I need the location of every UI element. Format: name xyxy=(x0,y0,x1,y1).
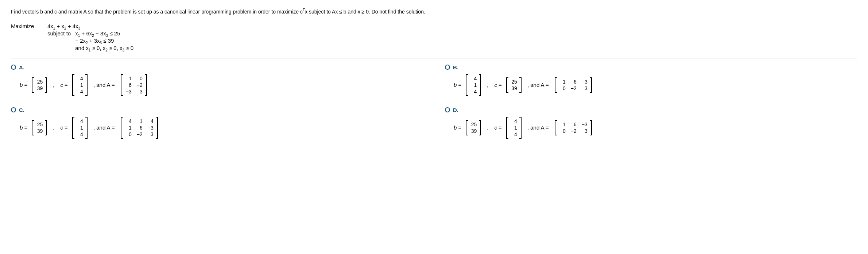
b-label-D: b = xyxy=(454,124,461,131)
option-D-label: D. xyxy=(453,107,458,113)
b-matrix-D: 25 39 xyxy=(466,120,481,135)
A-matrix-A: 10 6−2 −33 xyxy=(121,74,147,96)
A-matrix-B: 16−3 0−23 xyxy=(555,77,592,93)
option-D-expression: b = 25 39 , c = 4 1 4 , a xyxy=(454,117,857,139)
c-matrix-A: 4 1 4 xyxy=(72,74,88,96)
option-C-label: C. xyxy=(19,107,24,113)
constraint-2: − 2x2 + 3x3 ≤ 39 xyxy=(75,38,133,45)
option-A: A. b = 25 39 , c = 4 1 4 xyxy=(11,64,423,96)
constraint-3: and x1 ≥ 0, x2 ≥ 0, x3 ≥ 0 xyxy=(75,45,133,52)
A-matrix-C: 414 16−3 0−23 xyxy=(121,117,158,139)
maximize-label: Maximize xyxy=(11,23,47,52)
radio-A[interactable] xyxy=(11,65,16,70)
c-matrix-B: 25 39 xyxy=(506,77,522,93)
c-label-A: c = xyxy=(60,82,67,88)
option-D: D. b = 25 39 , c = 4 1 4 xyxy=(445,107,857,139)
option-A-expression: b = 25 39 , c = 4 1 4 , a xyxy=(20,74,423,96)
c-label-B: c = xyxy=(494,82,501,88)
radio-B[interactable] xyxy=(445,65,450,70)
subject-to-label: subject to xyxy=(47,30,75,52)
divider xyxy=(11,58,857,58)
problem-statement: Find vectors b and c and matrix A so tha… xyxy=(11,7,857,16)
option-B-label: B. xyxy=(453,64,458,70)
problem-setup: Maximize 4x1 + x2 + 4x3 subject to x1 + … xyxy=(11,23,133,52)
b-matrix-B: 4 1 4 xyxy=(466,74,481,96)
b-matrix-A: 25 39 xyxy=(32,77,47,93)
b-label-B: b = xyxy=(454,82,461,88)
option-B-expression: b = 4 1 4 , c = 25 39 , a xyxy=(454,74,857,96)
radio-C[interactable] xyxy=(11,107,16,112)
options-grid: A. b = 25 39 , c = 4 1 4 xyxy=(11,64,857,139)
option-C: C. b = 25 39 , c = 4 1 4 xyxy=(11,107,423,139)
radio-D[interactable] xyxy=(445,107,450,112)
objective-function: 4x1 + x2 + 4x3 xyxy=(47,23,133,30)
option-C-expression: b = 25 39 , c = 4 1 4 , a xyxy=(20,117,423,139)
c-matrix-C: 4 1 4 xyxy=(72,117,88,139)
b-matrix-C: 25 39 xyxy=(32,120,47,135)
option-B: B. b = 4 1 4 , c = 25 39 xyxy=(445,64,857,96)
c-matrix-D: 4 1 4 xyxy=(506,117,522,139)
c-label-C: c = xyxy=(60,124,67,131)
constraint-1: x1 + 6x2 − 3x3 ≤ 25 xyxy=(75,30,133,38)
c-label-D: c = xyxy=(494,124,501,131)
b-label-C: b = xyxy=(20,124,27,131)
option-A-label: A. xyxy=(19,64,24,70)
b-label-A: b = xyxy=(20,82,27,88)
A-matrix-D: 16−3 0−23 xyxy=(555,120,592,135)
